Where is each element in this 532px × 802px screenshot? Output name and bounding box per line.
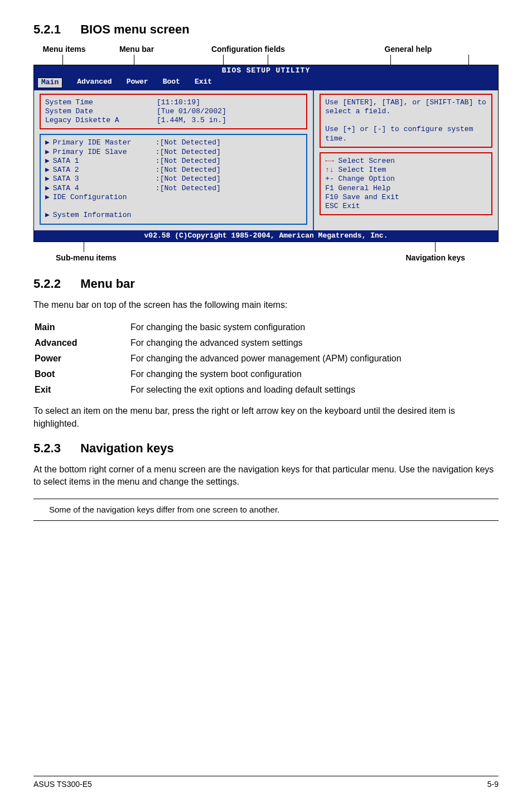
bios-v-systime[interactable]: [11:10:19]: [157, 98, 200, 107]
section-title-2: Menu bar: [80, 277, 135, 291]
def-term: Advanced: [35, 336, 129, 350]
label-nav-keys: Navigation keys: [405, 253, 465, 262]
section-heading-2: 5.2.2 Menu bar: [33, 277, 499, 291]
nav-general-help: F1 General Help: [325, 184, 487, 193]
section-heading-3: 5.2.3 Navigation keys: [33, 441, 499, 456]
bios-v-s4: [Not Detected]: [160, 184, 221, 193]
def-desc: For changing the advanced power manageme…: [130, 351, 497, 366]
table-row: MainFor changing the basic system config…: [35, 320, 497, 335]
bios-nav-box: ←→ Select Screen ↑↓ Select Item +- Chang…: [320, 152, 492, 216]
triangle-icon: ▶: [45, 148, 50, 157]
definitions-table: MainFor changing the basic system config…: [33, 319, 499, 398]
triangle-icon: ▶: [45, 193, 50, 202]
triangle-icon: ▶: [45, 166, 50, 175]
bios-menu-exit[interactable]: Exit: [195, 78, 212, 88]
triangle-icon: ▶: [45, 175, 50, 183]
triangle-icon: ▶: [45, 157, 50, 166]
arrow-lr-icon: ←→: [325, 157, 338, 165]
bottom-callout-lines: [33, 242, 499, 252]
arrow-ud-icon: ↑↓: [325, 166, 338, 174]
section-heading-1: 5.2.1 BIOS menu screen: [33, 22, 499, 37]
bios-k-sysdate: System Date: [45, 107, 157, 116]
triangle-icon: ▶: [45, 184, 50, 193]
bios-v-s1: [Not Detected]: [160, 157, 221, 166]
def-desc: For selecting the exit options and loadi…: [130, 383, 497, 397]
top-callout-lines: [33, 55, 499, 65]
def-term: Main: [35, 320, 129, 335]
bios-v-pis: [Not Detected]: [160, 148, 221, 157]
def-desc: For changing the advanced system setting…: [130, 336, 497, 350]
bios-v-s2: [Not Detected]: [160, 166, 221, 175]
table-row: PowerFor changing the advanced power man…: [35, 351, 497, 366]
bios-menu-power[interactable]: Power: [127, 78, 148, 88]
triangle-icon: ▶: [45, 211, 50, 220]
bios-title-bar: BIOS SETUP UTILITY: [34, 65, 498, 76]
para-navkeys: At the bottom right corner of a menu scr…: [33, 463, 499, 489]
def-desc: For changing the basic system configurat…: [130, 320, 497, 335]
bios-menu-boot[interactable]: Boot: [163, 78, 180, 88]
page-footer: ASUS TS300-E5 5-9: [33, 776, 499, 789]
nav-select-item: Select Item: [338, 166, 386, 174]
note-text: Some of the navigation keys differ from …: [49, 505, 279, 514]
bios-v-pim: [Not Detected]: [160, 138, 221, 147]
bios-k-sysinfo[interactable]: System Information: [53, 211, 156, 220]
bios-k-idecfg[interactable]: IDE Configuration: [53, 193, 156, 202]
bios-v-s3: [Not Detected]: [160, 175, 221, 183]
section-title-3: Navigation keys: [80, 441, 174, 455]
section-title-1: BIOS menu screen: [80, 22, 190, 36]
bios-k-s4[interactable]: SATA 4: [53, 184, 156, 193]
note-box: Some of the navigation keys differ from …: [33, 499, 499, 521]
def-term: Power: [35, 351, 129, 366]
bios-k-pim[interactable]: Primary IDE Master: [53, 138, 156, 147]
bios-left-top-box: System Time[11:10:19] System Date[Tue 01…: [40, 94, 307, 130]
bios-k-systime: System Time: [45, 98, 157, 107]
bios-k-s1[interactable]: SATA 1: [53, 157, 156, 166]
bios-help-box: Use [ENTER], [TAB], or [SHIFT-TAB] to se…: [320, 94, 492, 148]
top-labels: Menu items Menu bar Configuration fields…: [33, 45, 499, 54]
bios-left-mid-box: ▶Primary IDE Master: [Not Detected] ▶Pri…: [40, 134, 307, 224]
def-term: Exit: [35, 383, 129, 397]
section-num-2: 5.2.2: [33, 277, 77, 291]
nav-save-exit: F10 Save and Exit: [325, 193, 487, 202]
bios-menu-bar: Main Advanced Power Boot Exit: [34, 76, 498, 90]
nav-change-option: +- Change Option: [325, 175, 487, 183]
bios-v-sysdate[interactable]: [Tue 01/08/2002]: [157, 107, 226, 116]
bios-k-s2[interactable]: SATA 2: [53, 166, 156, 175]
bios-help-text: Use [ENTER], [TAB], or [SHIFT-TAB] to se…: [325, 98, 487, 143]
label-menu-items: Menu items: [33, 45, 95, 54]
table-row: BootFor changing the system boot configu…: [35, 367, 497, 381]
bottom-labels: Sub-menu items Navigation keys: [33, 253, 499, 262]
bios-menu-main[interactable]: Main: [37, 78, 62, 88]
label-sub-menu: Sub-menu items: [56, 253, 117, 262]
nav-select-screen: Select Screen: [338, 157, 395, 165]
section-num-3: 5.2.3: [33, 441, 77, 456]
section-num-1: 5.2.1: [33, 22, 77, 37]
bios-footer: v02.58 (C)Copyright 1985-2004, American …: [34, 230, 498, 241]
nav-esc-exit: ESC Exit: [325, 202, 487, 211]
para-menubar-intro: The menu bar on top of the screen has th…: [33, 299, 499, 311]
label-config-fields: Configuration fields: [178, 45, 318, 54]
bios-v-diskette[interactable]: [1.44M, 3.5 in.]: [157, 116, 226, 125]
label-general-help: General help: [318, 45, 499, 54]
bios-k-pis[interactable]: Primary IDE Slave: [53, 148, 156, 157]
bios-k-s3[interactable]: SATA 3: [53, 175, 156, 183]
footer-right: 5-9: [487, 780, 499, 789]
para-menubar-select: To select an item on the menu bar, press…: [33, 405, 499, 430]
table-row: AdvancedFor changing the advanced system…: [35, 336, 497, 350]
bios-menu-advanced[interactable]: Advanced: [77, 78, 112, 88]
def-term: Boot: [35, 367, 129, 381]
def-desc: For changing the system boot configurati…: [130, 367, 497, 381]
bios-title: BIOS SETUP UTILITY: [86, 66, 446, 75]
triangle-icon: ▶: [45, 138, 50, 147]
bios-screen: BIOS SETUP UTILITY Main Advanced Power B…: [33, 65, 499, 242]
bios-k-diskette: Legacy Diskette A: [45, 116, 157, 125]
table-row: ExitFor selecting the exit options and l…: [35, 383, 497, 397]
footer-left: ASUS TS300-E5: [33, 780, 92, 789]
label-menu-bar: Menu bar: [95, 45, 178, 54]
